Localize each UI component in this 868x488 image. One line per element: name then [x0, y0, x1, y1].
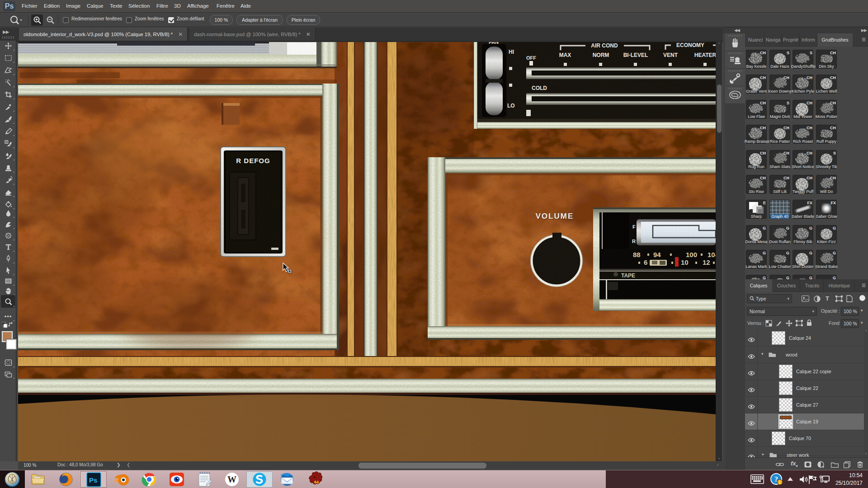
svg-text:W: W [227, 474, 236, 484]
svg-text:64: 64 [314, 480, 319, 484]
svg-text:i: i [779, 480, 781, 485]
svg-text:Ps: Ps [89, 476, 97, 484]
svg-text:▾: ▾ [822, 465, 824, 468]
